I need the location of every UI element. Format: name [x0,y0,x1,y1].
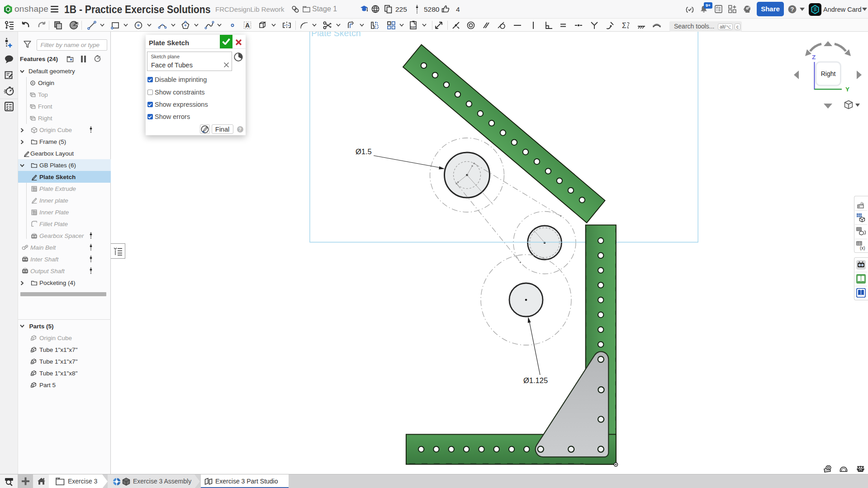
svg-text:Ø1.125: Ø1.125 [523,376,548,384]
svg-text:Y: Y [845,86,849,93]
svg-text:(x): (x) [860,246,865,251]
svg-text:Plate Sketch: Plate Sketch [311,32,360,38]
svg-text:Z: Z [812,54,816,61]
svg-text:DXF: DXF [411,26,416,28]
svg-text:Right: Right [821,70,836,77]
svg-text:?: ? [791,6,794,13]
svg-text:A: A [245,22,249,29]
svg-text:Ø1.5: Ø1.5 [356,147,372,156]
svg-text:Σ: Σ [622,22,626,29]
